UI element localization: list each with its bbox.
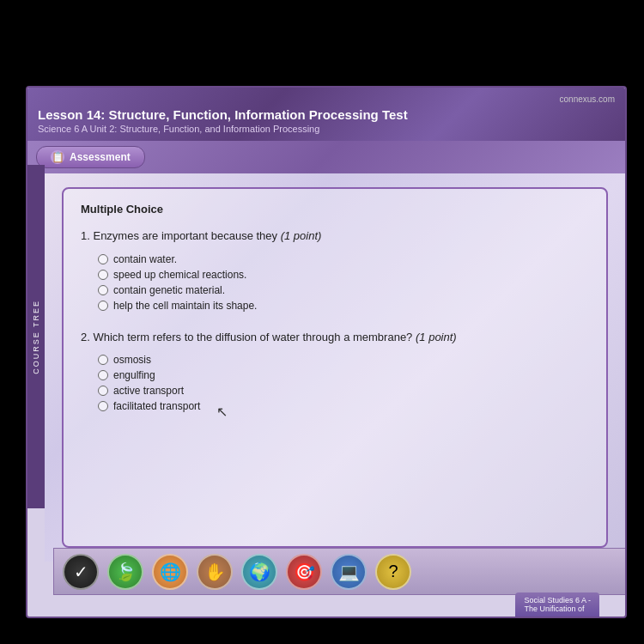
bottom-right-line1: Social Studies 6 A - [524, 596, 591, 605]
lesson-title: Lesson 14: Structure, Function, Informat… [38, 107, 408, 122]
q1-option-4[interactable]: help the cell maintain its shape. [98, 300, 589, 312]
tab-label: Assessment [70, 151, 131, 163]
q1-option-4-label: help the cell maintain its shape. [113, 300, 257, 312]
bottom-bar [0, 623, 644, 644]
q1-option-3-label: contain genetic material. [113, 284, 225, 296]
q2-options: osmosis engulfing active transport facil… [81, 354, 589, 412]
q2-radio-3[interactable] [98, 386, 108, 396]
connexus-label: connexus.com [560, 94, 615, 104]
sidebar-label: COURSE TREE [32, 300, 40, 374]
q1-number: 1. [81, 229, 90, 242]
bottom-right-tab: Social Studies 6 A - The Unification of [515, 592, 599, 617]
question-1-text: 1. Enzymes are important because they (1… [81, 228, 589, 245]
q1-options: contain water. speed up chemical reactio… [81, 253, 589, 312]
q2-option-2[interactable]: engulfing [98, 369, 589, 381]
q2-radio-1[interactable] [98, 355, 108, 365]
q2-option-3-label: active transport [113, 385, 184, 397]
main-screen: connexus.com Lesson 14: Structure, Funct… [26, 86, 627, 618]
q1-option-1[interactable]: contain water. [98, 253, 589, 265]
q2-number: 2. [81, 331, 90, 343]
content-border: Multiple Choice 1. Enzymes are important… [62, 187, 608, 548]
q1-radio-2[interactable] [98, 270, 108, 280]
sidebar: COURSE TREE [27, 165, 45, 508]
question-2: 2. Which term refers to the diffusion of… [81, 329, 589, 413]
taskbar-icon-leaf[interactable]: 🍃 [107, 554, 143, 590]
taskbar-icon-target[interactable]: 🎯 [286, 554, 322, 590]
q2-option-4-label: facilitated transport [113, 400, 200, 412]
q2-radio-4[interactable] [98, 401, 108, 411]
q1-points: (1 point) [281, 229, 322, 242]
assessment-tab[interactable]: 📋 Assessment [36, 146, 145, 168]
taskbar-icon-computer[interactable]: 💻 [331, 554, 367, 590]
q1-option-3[interactable]: contain genetic material. [98, 284, 589, 296]
taskbar-icon-globe[interactable]: 🌐 [152, 554, 188, 590]
q2-points: (1 point) [416, 331, 457, 343]
taskbar-icon-help[interactable]: ? [375, 554, 411, 590]
header: connexus.com Lesson 14: Structure, Funct… [27, 88, 625, 141]
content-area: Multiple Choice 1. Enzymes are important… [45, 173, 625, 562]
taskbar: ✓ 🍃 🌐 ✋ 🌍 🎯 💻 ? [53, 548, 627, 595]
lesson-subtitle: Science 6 A Unit 2: Structure, Function,… [38, 124, 319, 134]
q2-option-1-label: osmosis [113, 354, 151, 366]
q2-option-2-label: engulfing [113, 369, 155, 381]
tab-icon: 📋 [51, 150, 64, 164]
q1-option-1-label: contain water. [113, 253, 177, 265]
taskbar-icon-hand[interactable]: ✋ [197, 554, 233, 590]
taskbar-icon-check[interactable]: ✓ [63, 554, 99, 590]
q1-radio-1[interactable] [98, 254, 108, 264]
question-1: 1. Enzymes are important because they (1… [81, 228, 589, 312]
q2-radio-2[interactable] [98, 370, 108, 380]
q2-option-3[interactable]: active transport [98, 385, 589, 397]
q1-radio-4[interactable] [98, 301, 108, 311]
question-2-text: 2. Which term refers to the diffusion of… [81, 329, 589, 346]
section-title: Multiple Choice [81, 203, 589, 216]
q1-option-2[interactable]: speed up chemical reactions. [98, 269, 589, 281]
q1-option-2-label: speed up chemical reactions. [113, 269, 246, 281]
tab-bar: 📋 Assessment [27, 141, 625, 173]
taskbar-icon-earth[interactable]: 🌍 [241, 554, 277, 590]
q2-option-4[interactable]: facilitated transport [98, 400, 589, 412]
q1-radio-3[interactable] [98, 285, 108, 295]
q2-body: Which term refers to the diffusion of wa… [93, 331, 412, 343]
q1-body: Enzymes are important because they [93, 229, 277, 242]
bottom-right-line2: The Unification of [524, 605, 591, 613]
q2-option-1[interactable]: osmosis [98, 354, 589, 366]
